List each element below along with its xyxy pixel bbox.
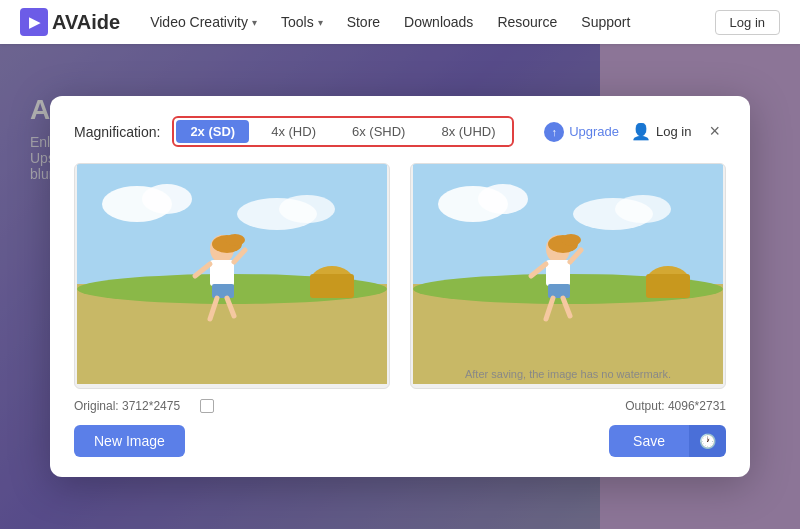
- images-row: After saving, the image has no watermark…: [74, 163, 726, 389]
- svg-rect-22: [212, 284, 234, 298]
- nav-item-resource[interactable]: Resource: [497, 14, 557, 30]
- original-image-panel: [74, 163, 390, 389]
- upgrade-label: Upgrade: [569, 124, 619, 139]
- new-image-button[interactable]: New Image: [74, 425, 185, 457]
- nav-items: Video Creativity ▾ Tools ▾ Store Downloa…: [150, 14, 714, 30]
- modal-actions: New Image Save 🕐: [74, 425, 726, 457]
- svg-rect-15: [310, 274, 354, 298]
- save-button[interactable]: Save: [609, 425, 689, 457]
- nav-item-support[interactable]: Support: [581, 14, 630, 30]
- svg-rect-40: [548, 284, 570, 298]
- modal-overlay: Magnification: 2x (SD) 4x (HD) 6x (SHD) …: [0, 44, 800, 529]
- svg-point-11: [279, 195, 335, 223]
- separator-icon: [200, 399, 214, 413]
- chevron-down-icon: ▾: [252, 17, 257, 28]
- nav-item-tools[interactable]: Tools ▾: [281, 14, 323, 30]
- logo-text: AVAide: [52, 11, 120, 34]
- chevron-down-icon: ▾: [318, 17, 323, 28]
- output-image-panel: After saving, the image has no watermark…: [410, 163, 726, 389]
- nav-item-downloads[interactable]: Downloads: [404, 14, 473, 30]
- clock-icon: 🕐: [699, 433, 716, 449]
- svg-point-29: [615, 195, 671, 223]
- output-info: Output: 4096*2731: [625, 399, 726, 413]
- top-nav: ▶ AVAide Video Creativity ▾ Tools ▾ Stor…: [0, 0, 800, 44]
- mag-option-6x[interactable]: 6x (SHD): [338, 120, 419, 143]
- upgrade-button[interactable]: ↑ Upgrade: [544, 122, 619, 142]
- modal-header-actions: ↑ Upgrade 👤 Log in ×: [544, 119, 726, 144]
- upgrade-icon: ↑: [544, 122, 564, 142]
- watermark-text: After saving, the image has no watermark…: [465, 368, 671, 380]
- close-button[interactable]: ×: [703, 119, 726, 144]
- nav-login-button[interactable]: Log in: [715, 10, 780, 35]
- svg-point-9: [142, 184, 192, 214]
- nav-item-video-creativity[interactable]: Video Creativity ▾: [150, 14, 257, 30]
- svg-point-27: [478, 184, 528, 214]
- modal-login-label: Log in: [656, 124, 691, 139]
- magnification-row: Magnification: 2x (SD) 4x (HD) 6x (SHD) …: [74, 116, 514, 147]
- original-image: [75, 164, 389, 384]
- svg-rect-19: [210, 260, 234, 286]
- save-dropdown-button[interactable]: 🕐: [689, 425, 726, 457]
- logo[interactable]: ▶ AVAide: [20, 8, 120, 36]
- modal-login-button[interactable]: 👤 Log in: [631, 122, 691, 141]
- svg-point-36: [561, 234, 581, 246]
- original-info: Original: 3712*2475: [74, 399, 180, 413]
- mag-option-8x[interactable]: 8x (UHD): [427, 120, 509, 143]
- save-row: Save 🕐: [609, 425, 726, 457]
- footer-left: Original: 3712*2475: [74, 399, 214, 413]
- output-image: [411, 164, 725, 384]
- magnification-options: 2x (SD) 4x (HD) 6x (SHD) 8x (UHD): [172, 116, 513, 147]
- modal-header: Magnification: 2x (SD) 4x (HD) 6x (SHD) …: [74, 116, 726, 147]
- svg-rect-33: [646, 274, 690, 298]
- modal: Magnification: 2x (SD) 4x (HD) 6x (SHD) …: [50, 96, 750, 477]
- magnification-label: Magnification:: [74, 124, 160, 140]
- mag-option-2x[interactable]: 2x (SD): [176, 120, 249, 143]
- user-icon: 👤: [631, 122, 651, 141]
- nav-item-store[interactable]: Store: [347, 14, 380, 30]
- modal-footer: Original: 3712*2475 Output: 4096*2731: [74, 399, 726, 413]
- svg-point-18: [225, 234, 245, 246]
- logo-icon: ▶: [20, 8, 48, 36]
- mag-option-4x[interactable]: 4x (HD): [257, 120, 330, 143]
- svg-rect-37: [546, 260, 570, 286]
